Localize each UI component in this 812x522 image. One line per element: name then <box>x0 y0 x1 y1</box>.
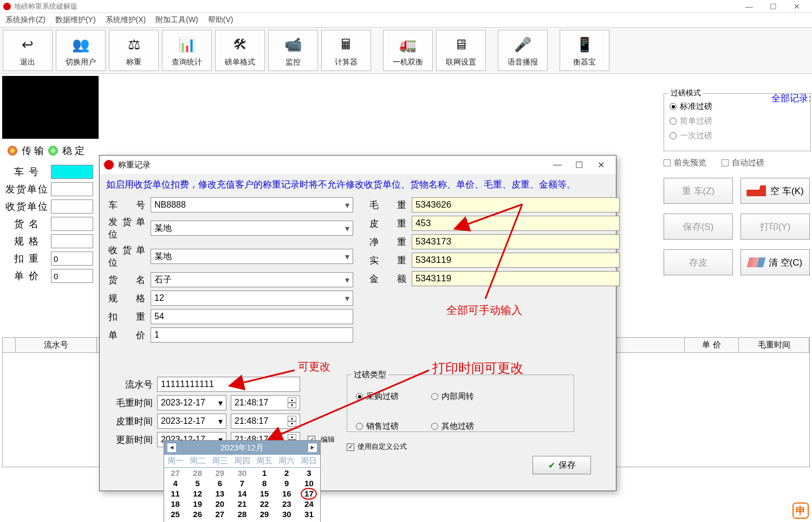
cal-day[interactable]: 4 <box>164 478 186 488</box>
inp-carno[interactable] <box>51 165 93 179</box>
chk-custom-formula[interactable]: 使用自定义公式 <box>347 442 407 452</box>
cal-day[interactable]: 3 <box>209 519 231 522</box>
cal-day[interactable]: 30 <box>276 509 298 519</box>
tb-dual[interactable]: 🚛一机双衡 <box>383 30 433 71</box>
cal-day[interactable]: 29 <box>254 509 276 519</box>
inp-spec[interactable] <box>51 234 93 248</box>
cal-day[interactable]: 24 <box>298 499 320 509</box>
cal-day[interactable]: 12 <box>186 488 209 499</box>
tb-exit[interactable]: ↩退出 <box>3 30 53 71</box>
cal-day[interactable]: 21 <box>231 499 253 509</box>
cal-day[interactable]: 15 <box>254 488 276 499</box>
maximize-button[interactable]: ☐ <box>761 2 785 11</box>
close-button[interactable]: ✕ <box>785 2 809 11</box>
date-pz[interactable]: 2023-12-17▾ <box>157 414 226 429</box>
tb-calc[interactable]: 🖩计算器 <box>321 30 371 71</box>
tb-network[interactable]: 🖥联网设置 <box>436 30 486 71</box>
sel-sender[interactable]: 某地▾ <box>151 221 353 236</box>
time-mz[interactable]: 21:48:17▴▾ <box>231 395 300 410</box>
dialog-max[interactable]: ☐ <box>568 160 590 170</box>
sel-spec[interactable]: 12▾ <box>151 291 353 306</box>
time-pz[interactable]: 21:48:17▴▾ <box>231 414 300 429</box>
cal-day[interactable]: 16 <box>276 488 298 499</box>
inp-goods[interactable] <box>51 217 93 231</box>
cal-day[interactable]: 9 <box>276 478 298 488</box>
cal-day[interactable]: 6 <box>209 478 231 488</box>
dialog-close[interactable]: ✕ <box>590 160 612 170</box>
cal-prev[interactable]: ◄ <box>167 443 176 452</box>
inp-price[interactable] <box>51 269 93 283</box>
dialog-save-button[interactable]: ✔保存 <box>532 456 591 474</box>
cal-day[interactable]: 1 <box>164 519 186 522</box>
minimize-button[interactable]: — <box>737 2 761 11</box>
cal-day[interactable]: 17 <box>298 488 320 499</box>
cal-day[interactable]: 5 <box>254 519 276 522</box>
cal-day[interactable]: 7 <box>231 478 253 488</box>
cal-day[interactable]: 30 <box>231 468 253 478</box>
tb-app[interactable]: 📱衡器宝 <box>560 30 609 71</box>
menu-sysmaint[interactable]: 系统维护(X) <box>106 15 146 25</box>
cal-day[interactable]: 3 <box>298 468 320 478</box>
cal-day[interactable]: 14 <box>231 488 253 499</box>
inp-receiver[interactable] <box>51 199 93 214</box>
fld-gross[interactable]: 5343626 <box>412 197 620 212</box>
radio-purchase[interactable]: 采购过磅 <box>356 391 399 402</box>
cal-day[interactable]: 23 <box>276 499 298 509</box>
cal-day[interactable]: 2 <box>186 519 209 522</box>
radio-internal[interactable]: 内部周转 <box>431 391 474 402</box>
cal-day[interactable]: 11 <box>164 488 186 499</box>
cal-day[interactable]: 31 <box>298 509 320 519</box>
dialog-min[interactable]: — <box>547 160 568 170</box>
inp-deduct2[interactable] <box>151 309 353 324</box>
tb-voice[interactable]: 🎤语音播报 <box>498 30 548 71</box>
chk-auto[interactable]: 自动过磅 <box>722 158 764 168</box>
sel-receiver[interactable]: 某地▾ <box>151 249 353 264</box>
btn-save[interactable]: 保存(S) <box>664 214 733 240</box>
btn-empty[interactable]: 空 车(K) <box>740 178 810 204</box>
inp-serial[interactable] <box>157 377 300 392</box>
cal-day[interactable]: 1 <box>254 468 276 478</box>
tb-weigh[interactable]: ⚖称重 <box>109 30 159 71</box>
inp-deduct[interactable] <box>51 252 93 266</box>
btn-store[interactable]: 存皮 <box>664 249 733 275</box>
sel-goods[interactable]: 石子▾ <box>151 272 353 287</box>
btn-heavy[interactable]: 重 车(Z) <box>664 178 733 204</box>
cal-day[interactable]: 25 <box>164 509 186 519</box>
menu-system[interactable]: 系统操作(Z) <box>5 15 46 25</box>
cal-day[interactable]: 2 <box>276 468 298 478</box>
tb-monitor[interactable]: 📹监控 <box>268 30 318 71</box>
cal-day[interactable]: 22 <box>254 499 276 509</box>
cal-day[interactable]: 6 <box>276 519 298 522</box>
fld-tare[interactable]: 453 <box>412 216 620 231</box>
cal-day[interactable]: 27 <box>209 509 231 519</box>
menu-help[interactable]: 帮助(V) <box>208 15 233 25</box>
cal-day[interactable]: 20 <box>209 499 231 509</box>
sel-carno[interactable]: NB8888▾ <box>151 197 353 212</box>
cal-day[interactable]: 7 <box>298 519 320 522</box>
radio-other[interactable]: 其他过磅 <box>431 421 474 431</box>
cal-day[interactable]: 27 <box>164 468 186 478</box>
cal-day[interactable]: 10 <box>298 478 320 488</box>
cal-day[interactable]: 28 <box>231 509 253 519</box>
btn-print[interactable]: 打印(Y) <box>740 214 810 240</box>
tb-query[interactable]: 📊查询统计 <box>162 30 212 71</box>
menu-data[interactable]: 数据维护(Y) <box>55 15 96 25</box>
radio-once[interactable]: 一次过磅 <box>670 131 805 141</box>
inp-price2[interactable] <box>151 327 353 343</box>
cal-day[interactable]: 8 <box>254 478 276 488</box>
radio-sale[interactable]: 销售过磅 <box>356 421 399 431</box>
inp-sender[interactable] <box>51 182 93 196</box>
cal-day[interactable]: 5 <box>186 478 209 488</box>
cal-day[interactable]: 26 <box>186 509 209 519</box>
cal-day[interactable]: 13 <box>209 488 231 499</box>
date-mz[interactable]: 2023-12-17▾ <box>157 395 226 410</box>
cal-day[interactable]: 18 <box>164 499 186 509</box>
radio-standard[interactable]: 标准过磅 <box>670 101 805 112</box>
cal-day[interactable]: 28 <box>186 468 209 478</box>
btn-clear[interactable]: 清 空(C) <box>740 249 810 275</box>
cal-day[interactable]: 29 <box>209 468 231 478</box>
chk-preview[interactable]: 前先预览 <box>664 158 706 168</box>
cal-next[interactable]: ► <box>308 443 317 452</box>
tb-format[interactable]: 🛠磅单格式 <box>215 30 265 71</box>
cal-day[interactable]: 19 <box>186 499 209 509</box>
